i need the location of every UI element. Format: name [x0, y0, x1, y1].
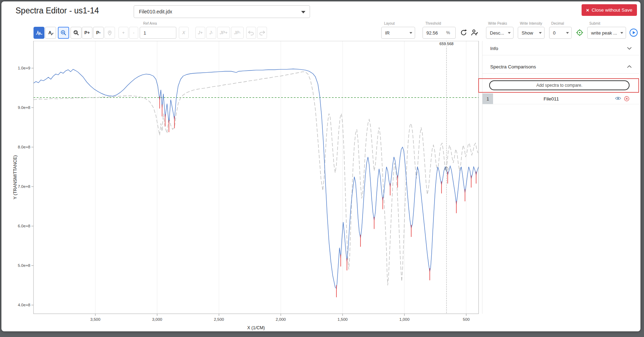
submit-run-button[interactable]	[629, 28, 638, 38]
redo-icon	[259, 30, 266, 36]
chevron-down-icon	[627, 47, 632, 50]
undo-button[interactable]	[246, 27, 256, 39]
write-intensity-value: Show	[522, 30, 533, 36]
layout-select[interactable]: IR	[381, 27, 415, 39]
undo-icon	[248, 30, 255, 36]
svg-text:1,000: 1,000	[399, 317, 409, 321]
play-circle-icon	[629, 28, 638, 37]
write-intensity-select[interactable]: Show	[518, 27, 545, 39]
add-spectra-to-compare-button[interactable]: Add spectra to compare.	[489, 80, 630, 90]
svg-text:5.0e+8: 5.0e+8	[18, 263, 31, 268]
ref-area-input[interactable]	[140, 27, 176, 39]
magnifier-plus-icon	[60, 30, 67, 36]
svg-text:500: 500	[463, 317, 469, 321]
comparison-row-name: File011	[493, 93, 609, 104]
page-title: Spectra Editor - us1-14	[16, 6, 99, 16]
auto-peak-picking-tool-button[interactable]: A	[45, 27, 56, 39]
write-peaks-value: Desc...	[490, 30, 504, 36]
x-circle-icon	[624, 96, 630, 102]
peak-add-button[interactable]: P+	[82, 27, 92, 39]
threshold-input[interactable]	[423, 30, 445, 36]
refresh-threshold-button[interactable]	[460, 29, 467, 37]
svg-text:1.0e+9: 1.0e+9	[18, 66, 31, 70]
location-pin-icon	[107, 30, 113, 36]
chevron-down-icon	[409, 32, 412, 34]
write-peaks-select[interactable]: Desc...	[486, 27, 514, 39]
svg-text:8.0e+8: 8.0e+8	[18, 145, 31, 149]
submit-select[interactable]: write peak ...	[587, 27, 626, 39]
zoom-reset-button[interactable]	[71, 27, 81, 39]
ref-area-label: Ref Area	[142, 22, 158, 25]
chevron-down-icon	[301, 11, 305, 13]
info-accordion-label: Info	[490, 46, 498, 51]
eye-icon	[615, 96, 621, 101]
refresh-icon	[460, 29, 467, 36]
chevron-down-icon	[620, 32, 623, 34]
j-remove-button[interactable]: J-	[206, 27, 216, 39]
decimal-label: Decimal	[551, 22, 565, 25]
threshold-percent-suffix: %	[446, 30, 450, 35]
jp-remove-button[interactable]: JP-	[231, 27, 244, 39]
close-without-save-button[interactable]: × Close without Save	[582, 4, 637, 16]
spectra-comparisons-accordion-header[interactable]: Spectra Comparisons	[482, 60, 640, 74]
decimal-select[interactable]: 0	[549, 27, 572, 39]
svg-text:X (1/CM): X (1/CM)	[247, 325, 265, 330]
jp-add-button[interactable]: JP+	[217, 27, 230, 39]
svg-text:2,000: 2,000	[276, 317, 286, 321]
green-crosshair-icon	[576, 29, 584, 37]
comparison-row-index: 1	[482, 93, 493, 104]
decrease-ref-button[interactable]: -	[129, 27, 138, 39]
panel-divider	[482, 41, 482, 314]
svg-text:6.0e+8: 6.0e+8	[18, 224, 31, 228]
layout-select-value: IR	[385, 30, 390, 36]
zoom-tool-button[interactable]	[58, 27, 69, 39]
peak-remove-button[interactable]: P-	[93, 27, 104, 39]
svg-text:9.0e+8: 9.0e+8	[18, 105, 31, 110]
line-chart-icon	[36, 30, 43, 35]
svg-text:1,500: 1,500	[338, 317, 348, 321]
svg-text:659.568: 659.568	[439, 42, 454, 46]
svg-text:3,500: 3,500	[90, 317, 101, 321]
submit-label: Submit	[589, 22, 601, 25]
spectrum-display-tool-button[interactable]	[34, 27, 44, 39]
write-peaks-label: Write Peaks	[487, 22, 508, 25]
user-pencil-icon	[470, 29, 479, 37]
file-selector[interactable]: File010.edit.jdx	[134, 5, 310, 18]
spectra-chart[interactable]: 3,5003,0002,5002,0001,5001,0005001.0e+99…	[12, 41, 481, 331]
info-accordion-header[interactable]: Info	[482, 42, 640, 55]
threshold-field: %	[423, 27, 456, 39]
x-function-button[interactable]: X	[179, 27, 189, 39]
chevron-up-icon	[627, 65, 632, 68]
toggle-visibility-button[interactable]	[615, 96, 621, 102]
user-edit-button[interactable]	[470, 29, 479, 38]
svg-text:4.0e+8: 4.0e+8	[18, 303, 31, 307]
close-button-label: Close without Save	[591, 7, 632, 13]
pin-tool-button[interactable]	[104, 27, 115, 39]
j-add-button[interactable]: J+	[195, 27, 205, 39]
svg-text:A: A	[48, 30, 52, 35]
a-pencil-icon: A	[48, 30, 54, 36]
write-intensity-label: Write Intensity	[519, 22, 543, 25]
layout-label: Layout	[383, 22, 395, 25]
magnifier-reset-icon	[73, 30, 79, 36]
threshold-target-button[interactable]	[576, 29, 584, 38]
svg-text:7.0e+8: 7.0e+8	[18, 184, 31, 189]
increase-ref-button[interactable]: +	[119, 27, 128, 39]
chevron-down-icon	[566, 32, 569, 34]
file-selector-value: File010.edit.jdx	[139, 9, 172, 14]
svg-text:2,500: 2,500	[214, 317, 224, 321]
remove-comparison-button[interactable]	[624, 96, 630, 103]
threshold-label: Threshold	[425, 22, 442, 25]
comparison-row: 1 File011	[482, 93, 640, 104]
close-icon: ×	[586, 7, 589, 13]
submit-value: write peak ...	[591, 30, 617, 36]
chevron-down-icon	[508, 32, 511, 34]
redo-button[interactable]	[257, 27, 267, 39]
chevron-down-icon	[539, 32, 542, 34]
decimal-value: 0	[553, 30, 555, 36]
spectra-editor-window: Spectra Editor - us1-14 File010.edit.jdx…	[1, 1, 640, 331]
spectra-comparisons-label: Spectra Comparisons	[490, 64, 536, 69]
svg-text:Y (TRANSMITTANCE): Y (TRANSMITTANCE)	[13, 155, 18, 199]
svg-text:3,000: 3,000	[152, 317, 162, 321]
